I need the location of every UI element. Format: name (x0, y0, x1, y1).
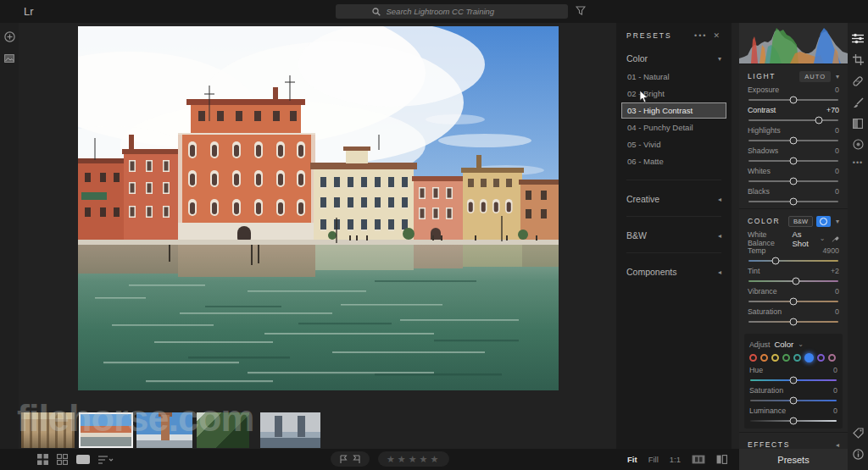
color-dot-blue-selected[interactable] (804, 353, 814, 362)
preset-group-components[interactable]: Components ◂ (626, 265, 721, 279)
slider-exposure: Exposure0 (748, 86, 839, 106)
preset-item-selected[interactable]: 03 - High Contrast (621, 102, 726, 119)
preset-item[interactable]: 06 - Matte (621, 153, 726, 169)
zoom-fill-button[interactable]: Fill (648, 455, 659, 464)
preset-item[interactable]: 05 - Vivid (621, 136, 726, 152)
auto-button[interactable]: AUTO (799, 71, 831, 82)
highlights-slider[interactable] (748, 140, 838, 141)
grid-view-icon[interactable] (37, 454, 48, 465)
presets-panel: PRESETS ••• ✕ Color ▾ 01 - Natural 02 - … (616, 23, 732, 449)
histogram[interactable] (739, 23, 848, 64)
search-icon (372, 8, 381, 16)
zoom-fit-button[interactable]: Fit (627, 455, 637, 464)
sort-menu-icon[interactable] (98, 455, 114, 465)
slider-shadows: Shadows0 (748, 147, 839, 167)
edit-panel: LIGHT AUTO ▾ Exposure0 Contrast+70 Highl… (739, 23, 848, 449)
temp-slider[interactable] (748, 260, 838, 262)
color-section: COLOR B&W ▾ White Balance As Shot ⌄ Temp… (739, 208, 848, 329)
color-dot-teal[interactable] (793, 354, 801, 362)
chevron-left-icon: ◂ (718, 268, 721, 276)
flag-controls (331, 451, 370, 467)
slider-saturation: Saturation0 (748, 307, 839, 328)
keywords-tag-icon[interactable] (853, 428, 864, 439)
color-dot-purple[interactable] (817, 354, 825, 362)
preset-item[interactable]: 04 - Punchy Detail (621, 119, 726, 135)
bottom-bar: ★★★★★ Fit Fill 1:1 (0, 449, 739, 470)
filmstrip-thumb-roman-ruins[interactable] (21, 412, 75, 448)
slider-whites: Whites0 (748, 167, 839, 187)
filmstrip-toggle-icon[interactable] (692, 455, 705, 464)
color-wheel-icon (820, 218, 827, 225)
color-title: COLOR (748, 217, 780, 225)
color-dot-red[interactable] (749, 354, 757, 362)
color-dot-yellow[interactable] (771, 354, 779, 362)
edit-sliders-icon[interactable] (852, 33, 864, 44)
info-icon[interactable] (853, 449, 864, 460)
slider-vibrance: Vibrance0 (748, 287, 839, 307)
top-bar: Lr (0, 0, 868, 23)
saturation-slider[interactable] (748, 321, 838, 323)
hue-slider[interactable] (750, 379, 837, 381)
adjust-mode-select[interactable]: Color (774, 340, 793, 349)
color-dot-green[interactable] (782, 354, 790, 362)
thumb-art (136, 412, 192, 448)
more-tools-icon[interactable]: ••• (853, 158, 863, 167)
pick-flag-icon[interactable] (339, 455, 348, 464)
slider-highlights: Highlights0 (748, 126, 839, 147)
search-input[interactable] (385, 6, 532, 17)
brush-icon[interactable] (853, 97, 864, 108)
color-dot-orange[interactable] (760, 354, 768, 362)
presets-title: PRESETS (626, 31, 672, 40)
chevron-down-icon[interactable]: ▾ (836, 218, 839, 225)
healing-brush-icon[interactable] (852, 75, 864, 87)
linear-gradient-icon[interactable] (853, 119, 863, 129)
square-grid-view-icon[interactable] (57, 454, 68, 465)
detail-view-icon-active[interactable] (76, 455, 90, 464)
chevron-down-icon: ▾ (718, 55, 721, 63)
color-dot-magenta[interactable] (828, 354, 836, 362)
adjust-saturation-slider[interactable] (750, 400, 837, 401)
preset-group-bw[interactable]: B&W ◂ (626, 229, 721, 242)
filter-funnel-icon[interactable] (576, 6, 586, 15)
preset-group-creative[interactable]: Creative ◂ (626, 192, 721, 206)
presets-more-icon[interactable]: ••• (694, 31, 707, 40)
crop-icon[interactable] (853, 54, 864, 65)
presets-close-icon[interactable]: ✕ (713, 31, 721, 40)
photo-canvas[interactable] (78, 26, 559, 390)
light-title: LIGHT (748, 72, 776, 80)
whites-slider[interactable] (748, 180, 838, 182)
zoom-1-1-button[interactable]: 1:1 (670, 455, 681, 464)
vibrance-slider[interactable] (748, 301, 838, 302)
preset-group-color[interactable]: Color ▾ (626, 52, 721, 65)
filmstrip-thumb-venice-square-selected[interactable] (79, 412, 133, 448)
chevron-left-icon: ◂ (836, 441, 839, 449)
my-photos-icon[interactable] (4, 54, 14, 63)
luminance-slider[interactable] (750, 420, 837, 422)
search-bar[interactable] (336, 4, 568, 19)
contrast-slider[interactable] (748, 119, 838, 121)
bw-toggle-button[interactable]: B&W (788, 216, 813, 227)
chevron-left-icon: ◂ (718, 232, 721, 240)
preset-item[interactable]: 02 - Bright (621, 86, 726, 102)
white-balance-select[interactable]: As Shot (792, 229, 815, 248)
filmstrip-thumb-venice-campanile[interactable] (136, 412, 192, 448)
filmstrip-thumb-tower-bridge[interactable] (260, 412, 320, 448)
star-rating[interactable]: ★★★★★ (387, 455, 441, 464)
chevron-left-icon: ◂ (718, 196, 721, 203)
presets-toggle-button[interactable]: Presets (739, 449, 848, 470)
slider-adjust-saturation: Saturation0 (749, 386, 837, 406)
slider-contrast: Contrast+70 (748, 106, 839, 126)
blacks-slider[interactable] (748, 201, 838, 202)
tint-slider[interactable] (748, 280, 838, 282)
preset-item[interactable]: 01 - Natural (621, 69, 726, 85)
eyedropper-icon[interactable] (832, 235, 839, 243)
chevron-down-icon[interactable]: ▾ (836, 73, 839, 80)
exposure-slider[interactable] (748, 99, 838, 101)
add-photos-icon[interactable] (4, 31, 15, 42)
reject-flag-icon[interactable] (353, 455, 361, 464)
before-after-compare-icon[interactable] (716, 455, 727, 464)
filmstrip-thumb-forest-foliage[interactable] (197, 412, 249, 448)
color-mixer-button[interactable] (816, 216, 831, 227)
radial-gradient-icon[interactable] (853, 139, 864, 150)
shadows-slider[interactable] (748, 160, 838, 162)
